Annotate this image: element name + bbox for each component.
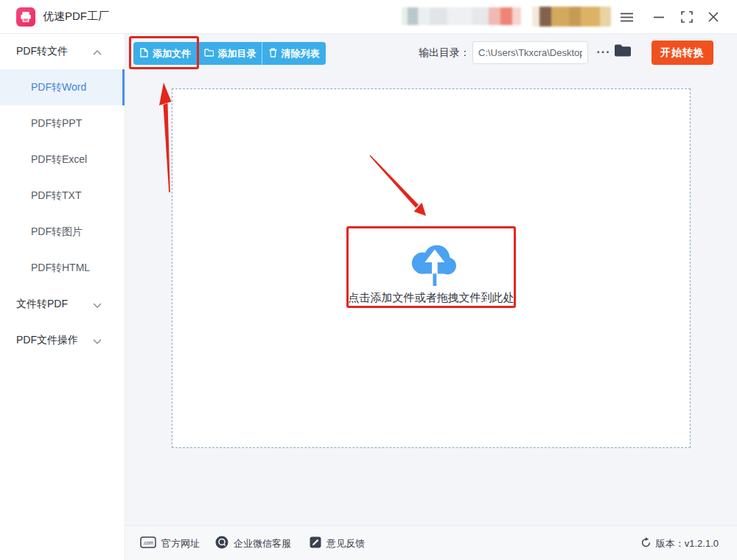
wechat-support-label: 企业微信客服 (234, 537, 291, 550)
sidebar-item-label: PDF转Excel (31, 153, 87, 167)
official-website-link[interactable]: .com 官方网址 (140, 526, 200, 560)
app-window: 优速PDF工厂 PDF转文件 PDF转Word PDF转 (0, 0, 737, 560)
file-icon (140, 48, 148, 60)
minimize-button[interactable] (649, 6, 669, 28)
folder-icon (204, 48, 214, 59)
sidebar-item-label: PDF转TXT (31, 189, 81, 203)
folder-dark-icon (614, 49, 632, 60)
add-file-label: 添加文件 (153, 47, 191, 60)
add-folder-button[interactable]: 添加目录 (198, 42, 262, 65)
open-output-folder-button[interactable] (614, 43, 632, 60)
feedback-icon (310, 536, 321, 550)
sidebar-group-label: 文件转PDF (16, 298, 68, 311)
chat-icon (215, 536, 228, 551)
sidebar-item-pdf-to-excel[interactable]: PDF转Excel (0, 141, 125, 178)
trash-icon (269, 48, 277, 60)
sidebar-group-label: PDF文件操作 (16, 334, 78, 347)
sidebar-item-pdf-to-word[interactable]: PDF转Word (0, 69, 125, 105)
sidebar-item-pdf-to-ppt[interactable]: PDF转PPT (0, 105, 125, 141)
chevron-down-icon (93, 298, 102, 310)
sidebar-item-label: PDF转Word (31, 81, 86, 94)
official-website-label: 官方网址 (161, 537, 200, 550)
blurred-region-vip (532, 7, 611, 27)
chevron-up-icon (93, 46, 102, 57)
wechat-support-link[interactable]: 企业微信客服 (215, 526, 291, 560)
footer: .com 官方网址 企业微信客服 意见反馈 版本：v1.2.1.0 (125, 525, 737, 560)
sidebar-item-pdf-to-html[interactable]: PDF转HTML (0, 250, 125, 286)
app-logo-icon (16, 7, 35, 27)
blurred-region-account (402, 7, 521, 25)
chevron-down-icon (93, 335, 102, 346)
sidebar-group-file-to-pdf[interactable]: 文件转PDF (0, 286, 125, 322)
sidebar-item-pdf-to-image[interactable]: PDF转图片 (0, 214, 125, 250)
dropzone-hint: 点击添加文件或者拖拽文件到此处 (349, 291, 514, 305)
sidebar-item-label: PDF转HTML (31, 262, 90, 275)
feedback-link[interactable]: 意见反馈 (310, 526, 365, 560)
sidebar-group-pdf-to-file[interactable]: PDF转文件 (0, 34, 125, 69)
output-path-input[interactable] (472, 41, 588, 64)
svg-text:.com: .com (143, 540, 153, 545)
clear-list-label: 清除列表 (282, 47, 320, 60)
browse-dots-button[interactable]: ··· (594, 43, 613, 62)
add-file-button[interactable]: 添加文件 (133, 42, 198, 65)
refresh-icon[interactable] (640, 537, 652, 550)
output-dir-label: 输出目录： (419, 46, 470, 60)
sidebar-item-label: PDF转PPT (31, 117, 82, 130)
com-url-icon: .com (140, 536, 156, 550)
feedback-label: 意见反馈 (326, 537, 365, 550)
add-folder-label: 添加目录 (218, 47, 256, 60)
menu-icon[interactable] (616, 6, 637, 28)
maximize-button[interactable] (677, 6, 697, 28)
sidebar-item-pdf-to-txt[interactable]: PDF转TXT (0, 178, 125, 214)
title-bar: 优速PDF工厂 (0, 0, 737, 34)
sidebar-group-pdf-operations[interactable]: PDF文件操作 (0, 322, 125, 358)
annotation-box-dropzone: 点击添加文件或者拖拽文件到此处 (346, 226, 516, 308)
sidebar-group-label: PDF转文件 (16, 45, 68, 58)
app-title: 优速PDF工厂 (43, 10, 109, 24)
version-label: 版本：v1.2.1.0 (656, 537, 719, 550)
cloud-upload-icon (402, 239, 460, 289)
start-convert-button[interactable]: 开始转换 (652, 41, 713, 65)
close-button[interactable] (703, 6, 724, 28)
selected-indicator (122, 69, 125, 105)
clear-list-button[interactable]: 清除列表 (262, 42, 326, 65)
sidebar-item-label: PDF转图片 (31, 225, 83, 239)
toolbar-button-group: 添加文件 添加目录 清除列表 (133, 42, 326, 65)
version-info: 版本：v1.2.1.0 (640, 526, 719, 560)
sidebar: PDF转文件 PDF转Word PDF转PPT PDF转Excel PDF转TX… (0, 34, 125, 560)
